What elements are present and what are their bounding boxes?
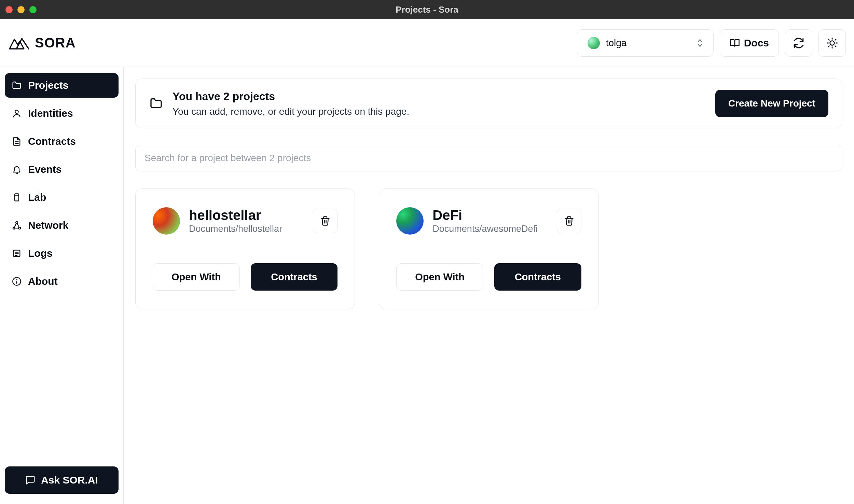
sidebar-item-label: About bbox=[28, 276, 58, 287]
contracts-label: Contracts bbox=[515, 271, 561, 283]
sidebar-item-contracts[interactable]: Contracts bbox=[5, 129, 119, 154]
open-with-button[interactable]: Open With bbox=[153, 263, 240, 291]
person-icon bbox=[12, 108, 22, 118]
svg-line-8 bbox=[835, 39, 836, 40]
main-content: You have 2 projects You can add, remove,… bbox=[124, 67, 854, 504]
create-project-label: Create New Project bbox=[728, 98, 815, 109]
flask-icon bbox=[12, 192, 22, 202]
trash-icon bbox=[320, 216, 330, 226]
svg-line-7 bbox=[828, 46, 829, 47]
contracts-button[interactable]: Contracts bbox=[251, 263, 338, 291]
account-selector[interactable]: tolga bbox=[577, 29, 714, 57]
project-avatar-icon bbox=[153, 207, 180, 235]
open-with-label: Open With bbox=[171, 271, 221, 283]
sidebar-item-identities[interactable]: Identities bbox=[5, 101, 119, 126]
window-titlebar: Projects - Sora bbox=[0, 0, 854, 19]
docs-label: Docs bbox=[744, 37, 769, 49]
brand-logo[interactable]: SORA bbox=[8, 35, 76, 51]
delete-project-button[interactable] bbox=[557, 209, 581, 233]
delete-project-button[interactable] bbox=[313, 209, 338, 233]
network-icon bbox=[12, 220, 22, 230]
ask-ai-label: Ask SOR.AI bbox=[41, 474, 98, 486]
project-path: Documents/hellostellar bbox=[189, 224, 282, 234]
account-avatar-icon bbox=[588, 37, 600, 49]
info-icon bbox=[12, 276, 22, 286]
sidebar-item-label: Projects bbox=[28, 80, 68, 91]
refresh-icon bbox=[793, 37, 804, 49]
open-with-label: Open With bbox=[415, 271, 465, 283]
file-text-icon bbox=[12, 136, 22, 146]
theme-toggle-button[interactable] bbox=[818, 29, 846, 57]
create-project-button[interactable]: Create New Project bbox=[715, 90, 828, 117]
svg-point-23 bbox=[16, 279, 17, 280]
app-header: SORA tolga Docs bbox=[0, 19, 854, 67]
banner-title: You have 2 projects bbox=[173, 90, 409, 103]
svg-line-3 bbox=[828, 39, 829, 40]
project-name: hellostellar bbox=[189, 208, 282, 223]
window-close-button[interactable] bbox=[5, 6, 13, 13]
open-with-button[interactable]: Open With bbox=[396, 263, 483, 291]
refresh-button[interactable] bbox=[785, 29, 812, 57]
contracts-button[interactable]: Contracts bbox=[494, 263, 581, 291]
docs-button[interactable]: Docs bbox=[720, 29, 779, 57]
sidebar-item-projects[interactable]: Projects bbox=[5, 73, 119, 98]
project-name: DeFi bbox=[432, 208, 538, 223]
window-title: Projects - Sora bbox=[396, 4, 458, 15]
window-minimize-button[interactable] bbox=[17, 6, 25, 13]
projects-banner: You have 2 projects You can add, remove,… bbox=[135, 79, 842, 128]
project-search[interactable] bbox=[135, 145, 842, 171]
project-avatar-icon bbox=[396, 207, 424, 235]
banner-subtitle: You can add, remove, or edit your projec… bbox=[173, 106, 409, 117]
sidebar-item-lab[interactable]: Lab bbox=[5, 185, 119, 210]
sidebar-item-label: Contracts bbox=[28, 136, 76, 147]
folder-icon bbox=[12, 80, 22, 90]
chat-icon bbox=[25, 475, 36, 485]
sidebar: Projects Identities Contracts Events bbox=[0, 67, 124, 504]
sidebar-item-network[interactable]: Network bbox=[5, 213, 119, 238]
account-name: tolga bbox=[606, 38, 627, 48]
sidebar-item-label: Events bbox=[28, 164, 61, 175]
sidebar-item-label: Network bbox=[28, 220, 68, 231]
trash-icon bbox=[564, 216, 574, 226]
svg-point-0 bbox=[830, 41, 835, 45]
folder-icon bbox=[149, 97, 163, 110]
svg-point-9 bbox=[15, 110, 18, 113]
bell-icon bbox=[12, 164, 22, 174]
sidebar-item-about[interactable]: About bbox=[5, 269, 119, 294]
brand-name: SORA bbox=[35, 35, 76, 51]
svg-rect-12 bbox=[15, 194, 19, 201]
sidebar-item-label: Lab bbox=[28, 192, 46, 203]
project-search-input[interactable] bbox=[144, 153, 833, 164]
project-path: Documents/awesomeDefi bbox=[432, 224, 538, 234]
sun-icon bbox=[826, 37, 838, 49]
contracts-label: Contracts bbox=[271, 271, 317, 283]
window-zoom-button[interactable] bbox=[29, 6, 37, 13]
sidebar-item-label: Logs bbox=[28, 248, 53, 259]
sidebar-item-label: Identities bbox=[28, 108, 73, 119]
book-open-icon bbox=[730, 38, 740, 48]
svg-line-4 bbox=[835, 46, 836, 47]
project-card: hellostellar Documents/hellostellar Open… bbox=[135, 188, 355, 309]
window-controls bbox=[5, 6, 37, 13]
sidebar-item-events[interactable]: Events bbox=[5, 157, 119, 182]
scroll-icon bbox=[12, 248, 22, 258]
sidebar-item-logs[interactable]: Logs bbox=[5, 241, 119, 266]
mountain-icon bbox=[8, 36, 30, 50]
project-card: DeFi Documents/awesomeDefi Open With Co bbox=[379, 188, 598, 309]
chevron-up-down-icon bbox=[697, 38, 703, 48]
ask-ai-button[interactable]: Ask SOR.AI bbox=[5, 466, 119, 494]
